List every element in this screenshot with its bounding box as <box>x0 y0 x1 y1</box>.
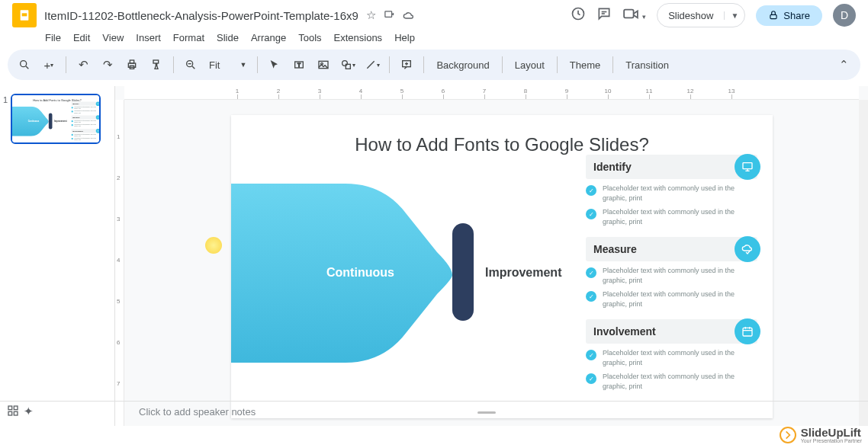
collapse-toolbar-icon[interactable]: ⌃ <box>833 54 854 75</box>
svg-rect-34 <box>743 163 752 169</box>
watermark: SlideUpLift Your Presentation Partner <box>780 422 862 448</box>
bullet-item[interactable]: ✓Placeholder text with commonly used in … <box>586 285 757 309</box>
slideshow-button[interactable]: Slideshow ▼ <box>657 3 745 27</box>
bullet-item[interactable]: ✓Placeholder text with commonly used in … <box>72 106 100 110</box>
avatar[interactable]: D <box>833 4 856 27</box>
bullet-item[interactable]: ✓Placeholder text with commonly used in … <box>72 120 100 123</box>
calendar-icon <box>96 129 101 133</box>
svg-rect-2 <box>385 11 392 18</box>
section-title: Involvement <box>593 325 656 338</box>
menu-extensions[interactable]: Extensions <box>329 30 388 45</box>
layout-button[interactable]: Layout <box>509 59 551 71</box>
flow-label-improvement[interactable]: Improvement <box>485 266 561 280</box>
section-identify[interactable]: Identify✓Placeholder text with commonly … <box>72 102 100 114</box>
slide-canvas[interactable]: How to Add Fonts to Google Slides? Conti… <box>231 115 773 418</box>
bullet-item[interactable]: ✓Placeholder text with commonly used in … <box>72 133 100 137</box>
scrollbar-vertical[interactable] <box>859 100 868 426</box>
new-slide-icon[interactable]: +▾ <box>38 54 59 75</box>
bullet-text: Placeholder text with commonly used in t… <box>603 207 757 226</box>
bullet-item[interactable]: ✓Placeholder text with commonly used in … <box>586 261 757 285</box>
check-icon: ✓ <box>586 350 596 360</box>
print-icon[interactable] <box>121 54 143 75</box>
section-title: Involvement <box>72 130 82 133</box>
meet-icon[interactable]: ▾ <box>622 8 646 23</box>
svg-rect-1 <box>22 13 27 16</box>
section-involvement[interactable]: Involvement✓Placeholder text with common… <box>586 319 757 391</box>
flow-label-continuous[interactable]: Continuous <box>28 120 40 123</box>
cursor-highlight <box>205 237 222 254</box>
bullet-item[interactable]: ✓Placeholder text with commonly used in … <box>586 344 757 367</box>
section-identify[interactable]: Identify✓Placeholder text with commonly … <box>586 155 757 226</box>
history-icon[interactable] <box>571 6 586 24</box>
slide-thumbnail[interactable]: How to Add Fonts to Google Slides? Conti… <box>11 94 101 144</box>
menu-tools[interactable]: Tools <box>293 30 326 45</box>
bullet-item[interactable]: ✓Placeholder text with commonly used in … <box>586 367 757 391</box>
textbox-icon[interactable]: T <box>288 54 310 75</box>
bullet-item[interactable]: ✓Placeholder text with commonly used in … <box>586 203 757 226</box>
select-tool-icon[interactable] <box>264 54 285 75</box>
explore-icon[interactable]: ✦ <box>24 405 34 419</box>
section-header[interactable]: Involvement <box>586 319 757 344</box>
slides-logo[interactable] <box>12 3 37 27</box>
section-header[interactable]: Measure <box>586 237 757 261</box>
slide-title[interactable]: How to Add Fonts to Google Slides? <box>12 95 101 102</box>
line-icon[interactable]: ▾ <box>362 54 383 75</box>
comment-add-icon[interactable] <box>396 54 417 75</box>
move-icon[interactable] <box>384 8 395 22</box>
section-header[interactable]: Identify <box>586 155 757 179</box>
share-button[interactable]: Share <box>756 5 822 26</box>
flow-label-improvement[interactable]: Improvement <box>54 120 67 123</box>
flow-label-continuous[interactable]: Continuous <box>326 266 394 280</box>
doc-title[interactable]: ItemID-11202-Bottleneck-Analysis-PowerPo… <box>44 9 358 22</box>
menu-arrange[interactable]: Arrange <box>246 30 291 45</box>
grid-view-icon[interactable] <box>7 405 19 419</box>
svg-line-16 <box>192 66 194 69</box>
separator <box>389 56 390 73</box>
star-icon[interactable]: ☆ <box>366 8 376 22</box>
speaker-notes-input[interactable]: Click to add speaker notes <box>139 406 256 418</box>
theme-button[interactable]: Theme <box>564 59 606 71</box>
menu-format[interactable]: Format <box>168 30 210 45</box>
bullet-item[interactable]: ✓Placeholder text with commonly used in … <box>586 179 757 203</box>
separator <box>423 56 424 73</box>
check-icon: ✓ <box>586 267 596 278</box>
comments-icon[interactable] <box>596 6 612 24</box>
menu-help[interactable]: Help <box>389 30 420 45</box>
filmstrip[interactable]: 1 How to Add Fonts to Google Slides? Con… <box>0 86 114 426</box>
section-measure[interactable]: Measure✓Placeholder text with commonly u… <box>72 115 100 127</box>
bullet-item[interactable]: ✓Placeholder text with commonly used in … <box>72 110 100 114</box>
bullet-text: Placeholder text with commonly used in t… <box>603 266 757 285</box>
menu-insert[interactable]: Insert <box>130 30 166 45</box>
undo-icon[interactable]: ↶ <box>72 54 94 75</box>
slide-title[interactable]: How to Add Fonts to Google Slides? <box>231 115 773 155</box>
cloud-icon[interactable] <box>403 9 415 22</box>
svg-rect-37 <box>743 328 752 336</box>
bullet-item[interactable]: ✓Placeholder text with commonly used in … <box>72 137 100 141</box>
image-icon[interactable] <box>313 54 334 75</box>
zoom-out-icon[interactable] <box>180 54 201 75</box>
section-title: Identify <box>72 103 79 105</box>
ruler-horizontal[interactable]: 12345678910111213 <box>124 86 859 100</box>
section-involvement[interactable]: Involvement✓Placeholder text with common… <box>72 129 100 141</box>
slideshow-dropdown[interactable]: ▼ <box>724 11 744 20</box>
check-icon: ✓ <box>72 107 73 108</box>
zoom-select[interactable]: Fit ▼ <box>204 59 251 71</box>
search-icon[interactable] <box>14 54 35 75</box>
redo-icon[interactable]: ↷ <box>97 54 118 75</box>
background-button[interactable]: Background <box>430 59 495 71</box>
bottleneck-valve[interactable] <box>452 223 474 321</box>
menu-slide[interactable]: Slide <box>211 30 244 45</box>
bullet-item[interactable]: ✓Placeholder text with commonly used in … <box>72 123 100 127</box>
svg-rect-27 <box>98 103 99 104</box>
transition-button[interactable]: Transition <box>619 59 675 71</box>
paint-format-icon[interactable] <box>146 54 167 75</box>
bottleneck-valve[interactable] <box>49 113 53 129</box>
menu-file[interactable]: File <box>40 30 66 45</box>
menu-edit[interactable]: Edit <box>68 30 95 45</box>
menu-view[interactable]: View <box>97 30 129 45</box>
section-measure[interactable]: Measure✓Placeholder text with commonly u… <box>586 237 757 309</box>
shape-icon[interactable]: ▾ <box>337 54 358 75</box>
ruler-vertical[interactable]: 1234567 <box>115 100 124 426</box>
main-area: 1 How to Add Fonts to Google Slides? Con… <box>0 86 868 426</box>
svg-rect-13 <box>153 60 159 63</box>
